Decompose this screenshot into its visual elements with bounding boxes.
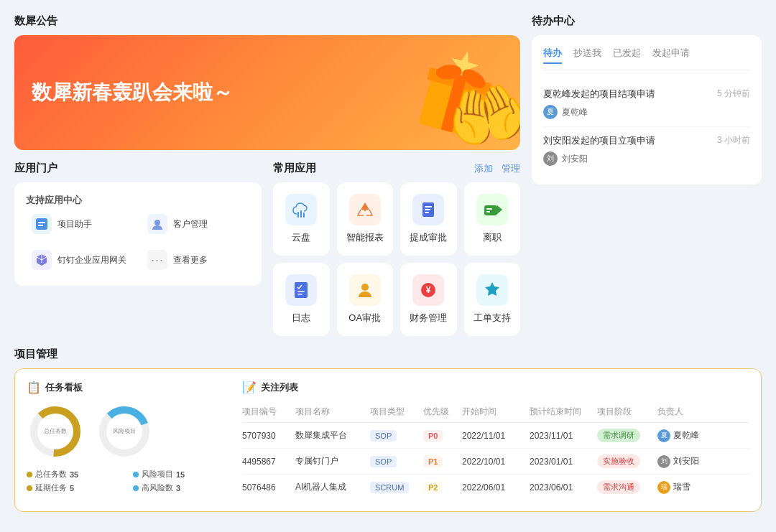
row2-avatar: 瑞: [657, 481, 670, 494]
row0-start: 2022/11/01: [462, 431, 527, 441]
table-row-0[interactable]: 5707930 数犀集成平台 SOP P0 2022/11/01 2023/11…: [242, 423, 749, 449]
row2-end: 2023/06/01: [530, 482, 594, 493]
row0-person-name: 夏乾峰: [673, 429, 699, 442]
col-type: 项目类型: [370, 406, 420, 418]
app-icon-rizhi: [285, 274, 317, 306]
svg-point-10: [364, 208, 366, 211]
row2-phase: 需求沟通: [597, 480, 655, 494]
announcement-title: 数犀公告: [14, 14, 520, 28]
donut-total: 总任务数: [27, 403, 84, 460]
charts-row: 总任务数 风险项目: [27, 403, 228, 460]
row0-end: 2023/11/01: [530, 431, 594, 441]
task-board-icon: 📋: [27, 381, 41, 394]
tab-chaosong[interactable]: 抄送我: [573, 47, 601, 64]
stat-total: 总任务数 35: [27, 469, 121, 480]
stat-label-delay: 延期任务: [35, 482, 67, 493]
app-label-zhineng: 智能报表: [346, 231, 384, 244]
row0-type: SOP: [370, 430, 420, 442]
project-section: 项目管理 📋 任务看板: [14, 347, 762, 512]
app-label-oa: OA审批: [348, 312, 381, 325]
portal-app-name-more: 查看更多: [173, 254, 208, 266]
row1-end: 2023/01/01: [530, 457, 594, 467]
app-label-lizhi: 离职: [483, 231, 502, 244]
banner-hand: 🤲: [377, 35, 520, 150]
add-app-button[interactable]: 添加: [474, 162, 493, 175]
manage-app-button[interactable]: 管理: [502, 162, 520, 175]
portal-app-more[interactable]: ··· 查看更多: [142, 246, 250, 274]
col-phase: 项目阶段: [597, 406, 655, 418]
portal-app-ddqy[interactable]: 钉钉企业应用网关: [26, 246, 134, 274]
common-apps-header: 常用应用 添加 管理: [273, 162, 520, 175]
row1-priority-badge: P1: [423, 456, 443, 467]
svg-marker-16: [497, 205, 502, 214]
donut-total-label: 总任务数: [44, 428, 67, 435]
todo-tabs: 待办 抄送我 已发起 发起申请: [543, 47, 750, 70]
portal-icon-more: ···: [147, 250, 167, 270]
common-apps-section: 常用应用 添加 管理 云盘: [273, 162, 520, 336]
row2-person: 瑞 瑞雪: [657, 481, 708, 494]
app-label-caiwu: 财务管理: [410, 312, 447, 325]
stats-grid: 总任务数 35 风险项目 15 延期任务 5: [27, 469, 228, 493]
app-label-rizhi: 日志: [292, 312, 310, 325]
apps-grid: 云盘 智能报表 提成审批: [273, 182, 520, 336]
app-gongdan[interactable]: 工单支持: [464, 263, 521, 336]
todo-item-0[interactable]: 夏乾峰发起的项目结项申请 夏 夏乾峰 5 分钟前: [543, 80, 750, 127]
project-card: 📋 任务看板 总任务数: [14, 368, 762, 512]
app-icon-caiwu: ¥: [412, 274, 444, 306]
app-lizhi[interactable]: 离职: [464, 182, 521, 256]
portal-section-title: 应用门户: [14, 162, 262, 175]
app-caiwu[interactable]: ¥ 财务管理: [400, 263, 457, 336]
watch-list-label: 关注列表: [261, 381, 298, 394]
col-end: 预计结束时间: [530, 406, 594, 418]
todo-item-1-title: 刘安阳发起的项目立项申请: [543, 134, 655, 147]
app-icon-zhineng: [349, 194, 381, 225]
todo-item-1[interactable]: 刘安阳发起的项目立项申请 刘 刘安阳 3 小时前: [543, 127, 750, 173]
row2-priority: P2: [423, 482, 459, 493]
row1-name: 专属钉门户: [295, 455, 367, 467]
table-row-2[interactable]: 5076486 AI机器人集成 SCRUM P2 2022/06/01 2023…: [242, 475, 749, 500]
app-yunpan[interactable]: 云盘: [273, 182, 330, 256]
svg-text:¥: ¥: [426, 285, 431, 295]
svg-point-9: [154, 220, 160, 225]
common-apps-actions: 添加 管理: [474, 162, 520, 175]
watch-list: 📝 关注列表 项目编号 项目名称 项目类型 优先级 开始时间 预计结束时间 项目…: [242, 381, 749, 500]
stat-highrisk: 高风险数 3: [133, 482, 228, 493]
app-icon-yunpan: [285, 194, 317, 225]
todo-card: 待办 抄送我 已发起 发起申请 夏乾峰发起的项目结项申请 夏 夏乾峰 5 分钟前: [532, 35, 762, 185]
row0-phase: 需求调研: [597, 429, 655, 442]
row0-id: 5707930: [242, 431, 292, 441]
tab-yifaqi[interactable]: 已发起: [613, 47, 641, 64]
app-tijiao[interactable]: 提成审批: [400, 182, 457, 256]
portal-app-name-khgl: 客户管理: [173, 218, 208, 230]
app-zhineng[interactable]: 智能报表: [337, 182, 394, 256]
app-icon-tijiao: [412, 194, 444, 225]
tab-daiban[interactable]: 待办: [543, 47, 562, 64]
portal-app-xmzs[interactable]: 项目助手: [26, 210, 134, 238]
svg-rect-17: [486, 208, 492, 210]
portal-group-title: 支持应用中心: [26, 194, 250, 207]
todo-section: 待办中心 待办 抄送我 已发起 发起申请 夏乾峰发起的项目结项申请 夏 夏乾峰: [532, 14, 762, 185]
svg-rect-12: [425, 206, 432, 207]
row1-phase-badge: 实施验收: [597, 454, 640, 468]
table-header: 项目编号 项目名称 项目类型 优先级 开始时间 预计结束时间 项目阶段 负责人: [242, 401, 749, 423]
project-title: 项目管理: [14, 347, 762, 361]
tab-fashenqing[interactable]: 发起申请: [652, 47, 690, 64]
row1-id: 4495867: [242, 457, 292, 467]
svg-rect-8: [38, 225, 43, 226]
row0-person: 夏 夏乾峰: [657, 429, 708, 442]
portal-apps-grid: 项目助手 客户管理 钉钉企业应用网关: [26, 210, 250, 274]
app-icon-gongdan: [476, 274, 508, 306]
svg-point-22: [361, 284, 369, 291]
app-oa[interactable]: OA审批: [337, 263, 394, 336]
svg-rect-14: [425, 212, 429, 213]
app-rizhi[interactable]: 日志: [273, 263, 330, 336]
row2-type: SCRUM: [370, 482, 420, 493]
watch-list-icon: 📝: [242, 381, 257, 394]
portal-app-khgl[interactable]: 客户管理: [142, 210, 250, 238]
table-row-1[interactable]: 4495867 专属钉门户 SOP P1 2022/10/01 2023/01/…: [242, 449, 749, 475]
row0-type-badge: SOP: [370, 430, 397, 442]
project-inner: 📋 任务看板 总任务数: [27, 381, 749, 500]
row0-phase-badge: 需求调研: [597, 429, 640, 442]
stat-risk: 风险项目 15: [133, 469, 228, 480]
app-label-gongdan: 工单支持: [474, 312, 511, 325]
